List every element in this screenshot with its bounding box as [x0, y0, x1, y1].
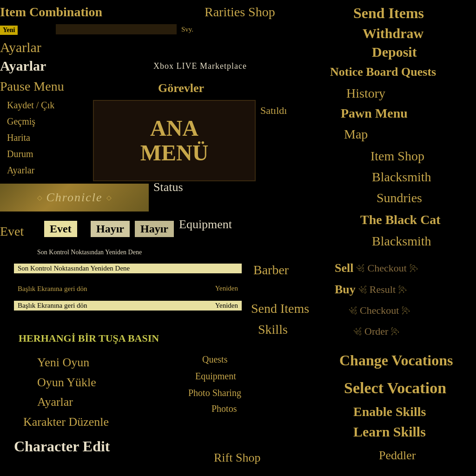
barber-label[interactable]: Barber — [253, 263, 289, 278]
buy-row[interactable]: Buy ꧁ Result ꧂ — [335, 283, 407, 297]
skills-label[interactable]: Skills — [258, 322, 288, 337]
quests-label[interactable]: Quests — [202, 354, 227, 365]
equipment-bottom-label[interactable]: Equipment — [195, 371, 236, 382]
sell-row[interactable]: Sell ꧁ Checkout ꧂ — [335, 261, 418, 275]
ayarlar-bottom-label[interactable]: Ayarlar — [37, 395, 73, 409]
blacksmith1-label[interactable]: Blacksmith — [372, 170, 431, 185]
gecmis-label[interactable]: Geçmiş — [7, 116, 35, 127]
gorevler-label[interactable]: Görevler — [158, 81, 204, 95]
result-label[interactable]: Result — [370, 284, 396, 296]
item-combination-label[interactable]: Item Combination — [0, 5, 102, 20]
character-edit-label[interactable]: Character Edit — [14, 438, 110, 455]
photo-sharing-label[interactable]: Photo Sharing — [188, 388, 241, 398]
ayarlar1-label[interactable]: Ayarlar — [0, 40, 41, 55]
pause-menu-label[interactable]: Pause Menu — [0, 79, 64, 94]
baslik-row1[interactable]: Başlık Ekranına geri dön Yeniden — [14, 284, 242, 294]
karakter-label[interactable]: Karakter Düzenle — [23, 415, 109, 429]
son-kontrol-highlight[interactable]: Son Kontrol Noktasından Yeniden Dene — [14, 264, 242, 273]
send-items-center-label[interactable]: Send Items — [251, 301, 309, 316]
withdraw-label[interactable]: Withdraw — [363, 26, 423, 41]
baslik-row2-highlight[interactable]: Başlık Ekranına geri dön Yeniden — [14, 301, 242, 311]
rarities-shop-label[interactable]: Rarities Shop — [205, 5, 275, 20]
sundries-label[interactable]: Sundries — [377, 191, 422, 205]
select-vocation-label[interactable]: Select Vocation — [344, 379, 446, 397]
checkout1-label[interactable]: Checkout — [367, 262, 406, 274]
satildi-label: Satıldı — [260, 105, 287, 117]
checkout2-row[interactable]: ꧁ Checkout ꧂ — [349, 304, 410, 317]
learn-skills-label[interactable]: Learn Skills — [353, 424, 426, 440]
harita-label[interactable]: Harita — [7, 132, 30, 143]
oyun-yukle-label[interactable]: Oyun Yükle — [37, 376, 96, 390]
evet-static-label: Evet — [0, 224, 24, 239]
swirl-sell-right: ꧂ — [410, 264, 418, 273]
chronicle-banner: ◇ Chronicle ◇ — [0, 184, 149, 212]
swirl-buy-left: ꧁ — [358, 285, 367, 295]
order-row[interactable]: ꧁ Order ꧂ — [353, 325, 399, 337]
notice-board-label[interactable]: Notice Board Quests — [330, 65, 436, 79]
ana-menu-box: ANAMENÜ — [93, 100, 256, 181]
pawn-menu-label[interactable]: Pawn Menu — [341, 106, 408, 121]
status-label[interactable]: Status — [153, 180, 183, 194]
son-kontrol-text: Son Kontrol Noktasından Yeniden Dene — [18, 264, 130, 272]
rift-shop-label[interactable]: Rift Shop — [214, 451, 260, 465]
map-label[interactable]: Map — [344, 127, 368, 142]
swirl-order-right: ꧂ — [391, 327, 399, 337]
press-any-key-label: HERHANGİ BİR TUŞA BASIN — [19, 332, 159, 344]
change-vocations-label[interactable]: Change Vocations — [339, 352, 453, 369]
yeni-oyun-label[interactable]: Yeni Oyun — [37, 356, 89, 370]
hayir2-button[interactable]: Hayır — [135, 221, 174, 237]
input-bar[interactable] — [56, 24, 177, 34]
son-kontrol-small: Son Kontrol Noktasından Yeniden Dene — [37, 249, 142, 256]
ana-menu-text: ANAMENÜ — [140, 116, 209, 165]
durum-label[interactable]: Durum — [7, 149, 33, 159]
chronicle-label: Chronicle — [46, 191, 102, 205]
new-badge: Yeni — [0, 26, 18, 35]
black-cat-label[interactable]: The Black Cat — [360, 212, 441, 227]
blacksmith2-label[interactable]: Blacksmith — [372, 234, 431, 249]
hayir-button[interactable]: Hayır — [91, 221, 130, 237]
send-items-top-label[interactable]: Send Items — [353, 5, 424, 22]
diamond-left-icon: ◇ — [37, 194, 42, 202]
peddler-label[interactable]: Peddler — [379, 449, 416, 463]
swirl-sell-left: ꧁ — [356, 264, 364, 273]
checkout2-label[interactable]: Checkout — [360, 304, 399, 317]
evet-button[interactable]: Evet — [44, 221, 77, 237]
baslik1-text: Başlık Ekranına geri dön — [18, 285, 87, 292]
ayarlar3-label[interactable]: Ayarlar — [7, 165, 34, 176]
swirl-checkout2-left: ꧁ — [349, 306, 357, 316]
photos-label[interactable]: Photos — [212, 403, 237, 414]
swirl-checkout2-right: ꧂ — [402, 306, 410, 316]
yeniden2-text: Yeniden — [215, 302, 238, 310]
svy-label: Svy. — [181, 26, 193, 33]
history-label[interactable]: History — [346, 86, 385, 101]
kaydet-label[interactable]: Kaydet / Çık — [7, 100, 54, 111]
baslik2-text: Başlık Ekranına geri dön — [18, 302, 87, 309]
item-shop-label[interactable]: Item Shop — [370, 149, 424, 164]
ayarlar2-label[interactable]: Ayarlar — [0, 58, 46, 74]
swirl-order-left: ꧁ — [353, 327, 362, 337]
swirl-buy-right: ꧂ — [398, 285, 407, 295]
xbox-label[interactable]: Xbox LIVE Marketplace — [153, 61, 247, 71]
order-label[interactable]: Order — [364, 325, 388, 337]
yeniden1-text: Yeniden — [215, 284, 238, 292]
equipment-label[interactable]: Equipment — [179, 218, 232, 231]
enable-skills-label[interactable]: Enable Skills — [353, 404, 426, 419]
deposit-label[interactable]: Deposit — [372, 44, 417, 60]
buy-label[interactable]: Buy — [335, 283, 356, 297]
diamond-right-icon: ◇ — [106, 194, 112, 202]
sell-label[interactable]: Sell — [335, 261, 353, 275]
